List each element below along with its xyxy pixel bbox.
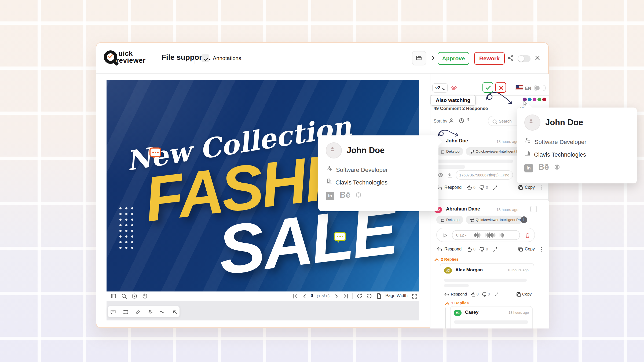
sort-by-time-icon[interactable] <box>458 117 465 124</box>
page-number-input[interactable]: 0 <box>311 293 313 298</box>
role-icon <box>326 165 334 173</box>
thumb-up-icon[interactable] <box>466 246 472 252</box>
comment-pin-lime[interactable] <box>334 232 346 241</box>
hide-annotations-icon[interactable] <box>451 84 459 93</box>
language-label[interactable]: EN <box>525 86 531 91</box>
respond-button[interactable]: Respond <box>444 185 462 190</box>
comment-actions: Respond 0 0 Copy <box>436 184 544 190</box>
first-page-icon[interactable] <box>292 293 298 299</box>
website-globe-icon[interactable] <box>554 164 562 172</box>
device-tag-label: Dekstop <box>446 218 460 222</box>
panel-icon[interactable] <box>110 293 116 299</box>
pencil-tool-icon[interactable] <box>135 309 140 315</box>
reply-icon[interactable] <box>444 291 449 297</box>
file-tag: Quickreviewer-Intelligent Proofi... <box>466 216 523 224</box>
rotate-ccw-icon[interactable] <box>366 293 372 299</box>
comment-tool-icon[interactable] <box>110 309 116 315</box>
respond-button[interactable]: Respond <box>451 292 467 296</box>
sort-ascending-icon[interactable] <box>465 117 469 121</box>
rotate-cw-icon[interactable] <box>356 293 362 299</box>
linkedin-icon[interactable]: in <box>524 164 533 172</box>
header-toggle[interactable] <box>518 55 530 62</box>
close-icon[interactable] <box>534 55 541 62</box>
expand-icon[interactable] <box>493 292 497 296</box>
trash-icon[interactable] <box>524 232 530 238</box>
thumb-down-icon[interactable] <box>479 184 484 190</box>
company-icon <box>524 150 533 158</box>
attachment-pill[interactable]: 1763736758686Ythy(3)....Png <box>456 170 513 180</box>
replies-toggle[interactable]: 1 Replies <box>444 301 469 305</box>
logo-check-icon <box>107 53 114 60</box>
prev-page-icon[interactable] <box>301 293 307 299</box>
wave-tool-icon[interactable] <box>159 309 165 315</box>
decorative-dot-grid <box>119 207 133 249</box>
version-dropdown[interactable]: v2 <box>432 83 448 93</box>
copy-button[interactable]: Copy <box>522 292 532 296</box>
thumb-down-icon[interactable] <box>479 246 484 252</box>
kebab-menu-icon[interactable] <box>539 246 544 252</box>
sort-by-user-icon[interactable] <box>448 117 455 124</box>
comment-author[interactable]: Abraham Dane <box>446 206 480 212</box>
comment-author[interactable]: Casey <box>465 310 478 315</box>
comment-time: 18 hours ago <box>508 311 529 315</box>
kebab-menu-icon[interactable] <box>539 185 544 190</box>
annotations-label: Annotations <box>213 55 241 61</box>
rework-button[interactable]: Rework <box>474 52 505 65</box>
comment-pin-orange[interactable] <box>149 147 161 157</box>
zoom-icon[interactable] <box>121 293 127 299</box>
replies-toggle[interactable]: 2 Replies <box>434 257 459 261</box>
quickreviewer-logo[interactable]: uick reviewer <box>104 49 149 67</box>
reply-icon[interactable] <box>436 246 442 252</box>
annotations-checkbox[interactable] <box>202 54 209 62</box>
profile-card: John Doe Software Developer Clavis Techn… <box>318 135 438 211</box>
copy-icon[interactable] <box>517 184 523 190</box>
behance-icon[interactable]: Bē <box>340 190 350 200</box>
toggle-knob <box>535 86 540 90</box>
copy-icon[interactable] <box>517 246 523 252</box>
language-toggle[interactable] <box>534 85 546 91</box>
website-globe-icon[interactable] <box>355 192 363 200</box>
copy-button[interactable]: Copy <box>525 185 535 190</box>
page-icon[interactable] <box>376 293 382 299</box>
share-icon[interactable] <box>507 55 515 62</box>
logo-text-bottom: reviewer <box>116 56 146 65</box>
arrow-tool-icon[interactable] <box>172 309 177 315</box>
thumb-up-icon[interactable] <box>466 184 472 190</box>
expand-icon[interactable] <box>492 246 497 252</box>
info-badge[interactable]: i <box>521 216 527 223</box>
linkedin-icon[interactable]: in <box>326 192 334 200</box>
behance-icon[interactable]: Bē <box>538 162 549 172</box>
approve-button[interactable]: Approve <box>438 52 469 65</box>
strikethrough-tool-icon[interactable] <box>147 309 153 315</box>
copy-button[interactable]: Copy <box>525 247 535 252</box>
comment-time: 18 hours ago <box>496 139 518 144</box>
app-header: uick reviewer File support... Annotation… <box>96 43 548 74</box>
respond-button[interactable]: Respond <box>444 247 462 252</box>
comment-author[interactable]: Alex Morgan <box>455 267 483 273</box>
audio-waveform-pill[interactable]: 0:12 • <box>452 230 520 240</box>
thumb-down-icon[interactable] <box>481 291 486 297</box>
compare-icon <box>469 217 474 222</box>
thumb-up-icon[interactable] <box>470 291 475 297</box>
hand-pan-icon[interactable] <box>142 293 148 299</box>
comment-time: 18 hours ago <box>507 268 529 272</box>
avatar <box>326 142 342 158</box>
copy-icon[interactable] <box>515 291 521 297</box>
last-page-icon[interactable] <box>343 293 348 299</box>
expand-icon[interactable] <box>492 185 497 190</box>
play-icon[interactable] <box>442 232 448 238</box>
fullscreen-icon[interactable] <box>411 293 417 299</box>
fit-mode-dropdown[interactable]: Page Width <box>385 293 408 298</box>
blurred-comment-text <box>444 279 527 282</box>
chevron-right-icon[interactable] <box>430 55 437 62</box>
profile-role: Software Developer <box>535 139 586 146</box>
rectangle-select-tool-icon[interactable] <box>122 309 128 315</box>
next-page-icon[interactable] <box>333 293 339 299</box>
profile-card: John Doe Software Developer Clavis Techn… <box>517 108 637 183</box>
info-icon[interactable] <box>131 293 137 299</box>
viewer-toolbar: 0 (1 of 0) Page Width <box>107 291 419 301</box>
comment-checkbox[interactable] <box>530 206 537 212</box>
folder-button[interactable] <box>412 51 426 65</box>
download-icon[interactable] <box>447 172 452 178</box>
blurred-comment-text <box>444 284 469 287</box>
